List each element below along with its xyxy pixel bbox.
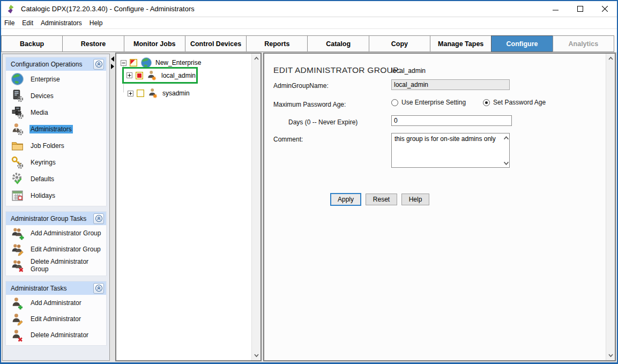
collapse-left-icon[interactable] [111, 56, 114, 62]
close-button[interactable] [592, 1, 617, 17]
menu-help[interactable]: Help [90, 19, 103, 27]
section-header: Administrator Group Tasks [6, 212, 106, 225]
section-configuration-operations: Configuration Operations Enterprise Dev [5, 57, 107, 206]
collapse-section-button[interactable] [93, 213, 104, 224]
collapse-section-button[interactable] [93, 59, 104, 70]
radio-label: Set Password Age [493, 99, 546, 106]
section-title: Administrator Group Tasks [11, 215, 93, 222]
group-edit-icon [10, 242, 24, 256]
max-password-age-options: Use Enterprise Setting Set Password Age [391, 99, 546, 106]
sidebar-item-media[interactable]: Media [6, 104, 106, 121]
tree-node-local-admin[interactable]: local_admin [126, 70, 196, 81]
chevron-double-up-icon [95, 60, 103, 68]
tree-panel: New_Enterprise local_admin s [115, 53, 262, 361]
sidebar-item-label: Administrators [29, 125, 73, 133]
sidebar-item-holidays[interactable]: Holidays [6, 187, 106, 204]
sidebar-item-label: Job Folders [29, 142, 65, 150]
app-window: Catalogic DPX(172.20.3.40) - Configure -… [0, 0, 618, 364]
collapse-section-button[interactable] [93, 283, 104, 294]
scroll-down-icon[interactable] [254, 353, 258, 358]
comment-scroll-down-icon[interactable] [503, 161, 508, 165]
scroll-down-icon[interactable] [608, 353, 613, 358]
form-buttons: Apply Reset Help [330, 193, 429, 206]
group-add-icon [10, 226, 24, 240]
tab-catalog[interactable]: Catalog [307, 35, 369, 52]
days-field[interactable] [391, 115, 512, 126]
minimize-button[interactable] [543, 1, 568, 17]
comment-label: Comment: [273, 136, 303, 143]
sidebar-item-label: Enterprise [29, 75, 61, 84]
form-heading: EDIT ADMINISTRATOR GROUP: [273, 65, 401, 75]
tree-checkbox-unchecked[interactable] [137, 90, 144, 97]
tab-configure[interactable]: Configure [491, 35, 553, 52]
sidebar-item-keyrings[interactable]: Keyrings [6, 154, 106, 170]
tab-reports[interactable]: Reports [246, 35, 308, 52]
tab-restore[interactable]: Restore [62, 35, 124, 52]
days-label: Days (0 -- Never Expire) [288, 118, 358, 126]
radio-checked-icon[interactable] [483, 99, 490, 106]
sidebar: Configuration Operations Enterprise Dev [2, 54, 110, 361]
tab-copy[interactable]: Copy [369, 35, 430, 52]
tree-collapse-icon[interactable] [121, 60, 126, 66]
expand-right-icon[interactable] [111, 64, 114, 69]
tab-monitor-jobs[interactable]: Monitor Jobs [124, 35, 185, 52]
highlight-box-local-admin: local_admin [122, 67, 198, 84]
radio-set-password-age[interactable]: Set Password Age [483, 99, 546, 106]
sidebar-item-edit-administrator[interactable]: Edit Administrator [6, 311, 106, 327]
tree-node-label[interactable]: sysadmin [162, 90, 190, 97]
tree-node-sysadmin[interactable]: sysadmin [128, 87, 190, 99]
menu-edit[interactable]: Edit [22, 19, 33, 27]
section-administrator-group-tasks: Administrator Group Tasks Add Administra… [5, 211, 107, 276]
chevron-double-up-icon [95, 284, 103, 292]
scroll-up-icon[interactable] [608, 56, 613, 61]
reset-button[interactable]: Reset [366, 194, 397, 205]
admin-group-name-field[interactable] [391, 79, 510, 90]
person-add-icon [10, 296, 24, 310]
person-delete-icon [10, 328, 24, 342]
tree-expand-icon[interactable] [128, 91, 133, 96]
sidebar-item-enterprise[interactable]: Enterprise [6, 71, 106, 87]
panel-splitter[interactable] [110, 54, 115, 361]
radio-icon[interactable] [391, 99, 398, 106]
form-scrollbar[interactable] [606, 54, 615, 360]
tab-strip: Backup Restore Monitor Jobs Control Devi… [1, 29, 617, 52]
maximize-button[interactable] [568, 1, 592, 17]
sidebar-item-label: Delete Administrator [29, 331, 90, 339]
gear-check-icon [10, 172, 24, 186]
sidebar-item-label: Keyrings [29, 158, 57, 167]
tab-backup[interactable]: Backup [1, 35, 63, 52]
sidebar-item-job-folders[interactable]: Job Folders [6, 137, 106, 154]
sidebar-item-label: Edit Administrator Group [29, 245, 102, 254]
sidebar-item-devices[interactable]: Devices [6, 87, 106, 104]
sidebar-item-delete-administrator-group[interactable]: Delete Administrator Group [6, 257, 106, 273]
help-button[interactable]: Help [401, 194, 429, 205]
tree-expand-icon[interactable] [126, 72, 132, 78]
section-title: Configuration Operations [11, 61, 93, 68]
sidebar-item-administrators[interactable]: Administrators [6, 121, 106, 137]
menu-file[interactable]: File [4, 19, 14, 27]
scroll-up-icon[interactable] [254, 56, 258, 61]
comment-text[interactable]: this group is for on-site admins only [394, 135, 498, 166]
comment-field[interactable]: this group is for on-site admins only [391, 133, 510, 168]
comment-scroll-up-icon[interactable] [503, 136, 508, 140]
tree-checkbox-partial[interactable] [130, 59, 137, 66]
radio-use-enterprise-setting[interactable]: Use Enterprise Setting [391, 99, 466, 106]
tree-checkbox-checked[interactable] [136, 72, 143, 79]
sidebar-item-add-administrator[interactable]: Add Administrator [6, 295, 106, 311]
tree-node-label[interactable]: local_admin [161, 72, 196, 79]
devices-icon [10, 89, 24, 103]
admin-group-name-label: AdminGroupName: [273, 82, 329, 90]
sidebar-item-add-administrator-group[interactable]: Add Administrator Group [6, 225, 106, 241]
apply-button[interactable]: Apply [330, 193, 361, 206]
tree-scrollbar[interactable] [251, 54, 260, 360]
tab-control-devices[interactable]: Control Devices [185, 35, 247, 52]
admin-group-icon [147, 87, 159, 99]
tab-analytics[interactable]: Analytics [553, 35, 614, 52]
sidebar-item-defaults[interactable]: Defaults [6, 170, 106, 187]
menu-administrators[interactable]: Administrators [41, 19, 82, 27]
tree-node-label[interactable]: New_Enterprise [155, 59, 201, 66]
sidebar-item-edit-administrator-group[interactable]: Edit Administrator Group [6, 241, 106, 257]
section-administrator-tasks: Administrator Tasks Add Administrator E [5, 281, 107, 346]
sidebar-item-delete-administrator[interactable]: Delete Administrator [6, 327, 106, 343]
tab-manage-tapes[interactable]: Manage Tapes [430, 35, 492, 52]
